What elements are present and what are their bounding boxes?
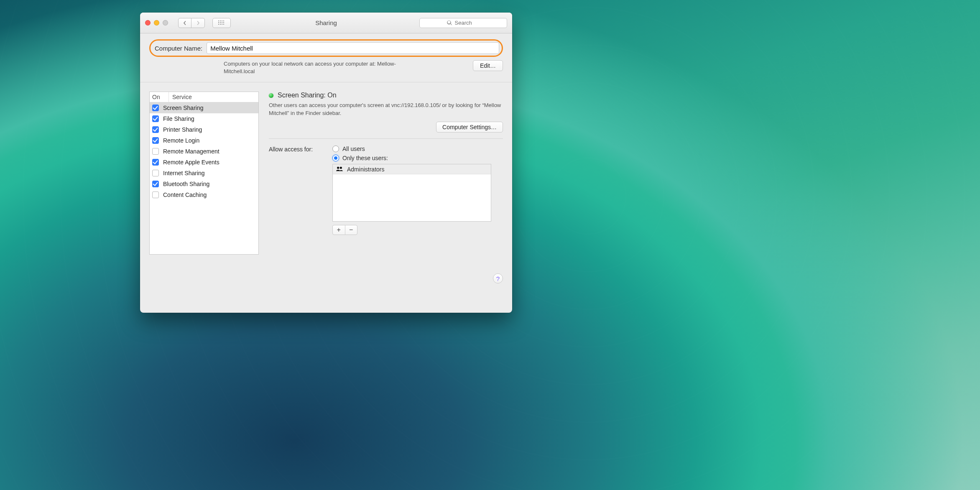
chevron-left-icon [183, 21, 187, 25]
access-label: Allow access for: [269, 145, 328, 161]
radio-all-users-label: All users [342, 145, 365, 152]
service-label: Remote Login [163, 137, 199, 144]
computer-name-network-text: Computers on your local network can acce… [224, 60, 416, 75]
sharing-preferences-window: Sharing Computer Name: Computers on your… [140, 13, 512, 313]
window-controls [145, 20, 168, 26]
nav-buttons [178, 18, 205, 28]
list-item[interactable]: Administrators [333, 164, 491, 174]
back-button[interactable] [178, 18, 191, 28]
footer-space [140, 289, 512, 313]
service-label: Remote Apple Events [163, 159, 219, 166]
services-table: On Service Screen SharingFile SharingPri… [149, 92, 259, 255]
service-checkbox[interactable] [152, 181, 159, 187]
access-radio-group: All users Only these users: [332, 145, 388, 161]
services-col-on: On [150, 92, 169, 102]
service-label: File Sharing [163, 115, 194, 122]
titlebar: Sharing [140, 13, 512, 33]
service-label: Printer Sharing [163, 126, 202, 133]
services-table-body: Screen SharingFile SharingPrinter Sharin… [150, 102, 258, 254]
service-checkbox[interactable] [152, 105, 159, 111]
service-row[interactable]: Remote Apple Events [150, 157, 258, 168]
service-label: Screen Sharing [163, 105, 204, 111]
close-window-button[interactable] [145, 20, 151, 26]
computer-name-input[interactable] [207, 42, 499, 54]
computer-name-highlight: Computer Name: [149, 39, 503, 57]
service-checkbox[interactable] [152, 159, 159, 166]
search-input[interactable] [455, 20, 480, 26]
help-icon: ? [496, 275, 500, 282]
group-icon [336, 166, 343, 173]
allowed-users-item-0: Administrators [347, 166, 384, 173]
access-row: Allow access for: All users Only these u… [269, 145, 503, 161]
minimize-window-button[interactable] [154, 20, 159, 26]
service-checkbox[interactable] [152, 137, 159, 144]
allowed-users-list[interactable]: Administrators [332, 164, 491, 222]
services-col-service: Service [169, 92, 258, 102]
add-remove-users: + − [332, 225, 357, 235]
service-label: Internet Sharing [163, 170, 205, 176]
service-row[interactable]: Remote Login [150, 135, 258, 146]
service-row[interactable]: Content Caching [150, 189, 258, 200]
main-content: On Service Screen SharingFile SharingPri… [140, 82, 512, 289]
status-led-icon [269, 93, 273, 98]
service-checkbox[interactable] [152, 148, 159, 155]
service-checkbox[interactable] [152, 115, 159, 122]
computer-name-label: Computer Name: [155, 45, 202, 52]
service-row[interactable]: File Sharing [150, 113, 258, 124]
add-user-button[interactable]: + [333, 225, 345, 235]
edit-hostname-button[interactable]: Edit… [473, 60, 503, 71]
chevron-right-icon [196, 21, 200, 25]
service-detail-panel: Screen Sharing: On Other users can acces… [269, 92, 503, 283]
service-row[interactable]: Internet Sharing [150, 168, 258, 179]
service-row[interactable]: Remote Management [150, 146, 258, 157]
help-button[interactable]: ? [493, 273, 503, 283]
service-status-row: Screen Sharing: On [269, 92, 503, 99]
service-checkbox[interactable] [152, 191, 159, 198]
remove-user-button[interactable]: − [345, 225, 357, 235]
computer-name-section: Computer Name: Computers on your local n… [140, 33, 512, 82]
service-row[interactable]: Printer Sharing [150, 124, 258, 135]
service-label: Content Caching [163, 191, 207, 198]
search-field[interactable] [419, 18, 507, 28]
radio-only-users[interactable] [332, 155, 339, 161]
services-table-header: On Service [150, 92, 258, 102]
computer-settings-button[interactable]: Computer Settings… [436, 122, 503, 133]
service-status-label: Screen Sharing: On [278, 92, 337, 99]
desktop-background: Sharing Computer Name: Computers on your… [0, 0, 980, 490]
radio-all-users-row[interactable]: All users [332, 145, 388, 152]
radio-only-users-label: Only these users: [342, 155, 388, 161]
service-checkbox[interactable] [152, 126, 159, 133]
forward-button[interactable] [191, 18, 205, 28]
service-row[interactable]: Bluetooth Sharing [150, 179, 258, 189]
radio-all-users[interactable] [332, 145, 339, 152]
search-icon [447, 20, 452, 26]
service-description: Other users can access your computer's s… [269, 102, 503, 117]
grid-icon [218, 20, 225, 26]
show-all-button[interactable] [212, 18, 231, 28]
divider [269, 138, 503, 139]
service-label: Remote Management [163, 148, 219, 155]
service-checkbox[interactable] [152, 170, 159, 176]
service-row[interactable]: Screen Sharing [150, 102, 258, 113]
radio-only-users-row[interactable]: Only these users: [332, 155, 388, 161]
zoom-window-button[interactable] [163, 20, 168, 26]
service-label: Bluetooth Sharing [163, 181, 209, 187]
